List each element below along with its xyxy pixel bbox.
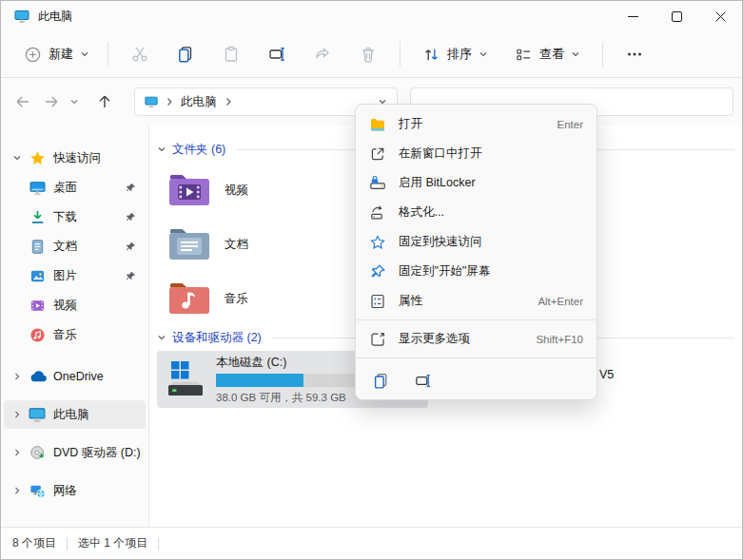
chevron-down-icon[interactable] — [157, 333, 166, 342]
minimize-button[interactable] — [611, 1, 655, 31]
maximize-button[interactable] — [655, 1, 698, 31]
chevron-down-icon — [571, 49, 580, 59]
view-dropdown[interactable]: 查看 — [506, 39, 589, 70]
share-button[interactable] — [303, 37, 342, 71]
paste-button[interactable] — [212, 37, 250, 71]
sidebar-item-label: 图片 — [53, 268, 77, 284]
statusbar-divider — [67, 537, 68, 550]
forward-button[interactable] — [37, 87, 66, 116]
menu-item-pin-to-start[interactable]: 固定到"开始"屏幕 — [360, 257, 593, 286]
document-icon — [28, 239, 47, 255]
properties-icon — [369, 293, 386, 310]
this-pc-icon — [28, 406, 47, 423]
sidebar-item-label: 此电脑 — [53, 407, 89, 423]
copy-icon — [176, 45, 195, 64]
item-count: 8 个项目 — [12, 535, 56, 551]
sidebar-item-pictures[interactable]: 图片 — [4, 261, 146, 290]
menu-item-label: 在新窗口中打开 — [399, 145, 482, 162]
video-icon — [28, 298, 47, 314]
more-options-button[interactable] — [616, 37, 654, 71]
window-controls — [611, 1, 742, 31]
menu-item-open[interactable]: 打开 Enter — [360, 109, 593, 139]
paste-icon — [222, 45, 241, 64]
sidebar-item-quick-access[interactable]: 快速访问 — [4, 144, 146, 172]
menu-item-open-in-new-window[interactable]: 在新窗口中打开 — [360, 139, 593, 168]
chevron-down-icon — [69, 97, 79, 106]
statusbar-divider — [158, 537, 159, 550]
star-icon — [28, 150, 47, 166]
pin-quick-access-icon — [369, 234, 386, 251]
chevron-down-icon[interactable] — [157, 145, 166, 154]
dvd-drive-tile-partial-label[interactable]: V5 — [599, 368, 614, 381]
plus-circle-icon — [24, 46, 42, 64]
menu-item-turn-on-bitlocker[interactable]: 启用 BitLocker — [360, 168, 593, 198]
scissors-icon — [130, 45, 149, 64]
rename-button[interactable] — [258, 37, 296, 71]
view-icon — [515, 46, 533, 64]
trash-icon — [359, 45, 378, 64]
sidebar-item-label: 文档 — [53, 239, 77, 255]
breadcrumb-separator-icon — [166, 97, 173, 106]
sort-dropdown[interactable]: 排序 — [414, 39, 497, 70]
menu-item-label: 启用 BitLocker — [399, 175, 476, 191]
window-title: 此电脑 — [38, 9, 72, 25]
show-more-icon — [369, 331, 386, 348]
copy-icon — [372, 372, 390, 390]
copy-button[interactable] — [363, 366, 398, 395]
rename-button[interactable] — [405, 366, 440, 395]
back-button[interactable] — [9, 87, 37, 116]
sidebar-item-this-pc[interactable]: 此电脑 — [4, 400, 146, 429]
sidebar-item-network[interactable]: 网络 — [4, 476, 146, 505]
videos-folder-icon — [166, 167, 212, 213]
menu-item-label: 属性 — [399, 293, 422, 309]
cut-button[interactable] — [121, 37, 159, 71]
chevron-right-icon[interactable] — [10, 448, 25, 457]
copy-button[interactable] — [166, 37, 205, 71]
sidebar-item-videos[interactable]: 视频 — [4, 291, 146, 319]
folder-tile-label: 音乐 — [225, 291, 248, 307]
download-icon — [28, 209, 47, 225]
sidebar-item-onedrive[interactable]: OneDrive — [4, 362, 146, 391]
bitlocker-icon — [369, 175, 386, 192]
breadcrumb-this-pc[interactable]: 此电脑 — [181, 94, 217, 110]
folder-tile-label: 视频 — [225, 183, 248, 199]
chevron-right-icon[interactable] — [10, 372, 25, 381]
menu-item-pin-to-quick-access[interactable]: 固定到快速访问 — [360, 227, 593, 257]
menu-item-show-more-options[interactable]: 显示更多选项 Shift+F10 — [360, 324, 593, 354]
menu-item-shortcut: Enter — [557, 119, 584, 130]
sidebar-item-dvd-drive[interactable]: DVD 驱动器 (D:) CP — [4, 438, 146, 467]
up-button[interactable] — [90, 87, 119, 116]
format-icon — [369, 204, 386, 222]
delete-button[interactable] — [349, 37, 387, 71]
folder-open-icon — [369, 116, 386, 133]
title-bar: 此电脑 — [1, 1, 742, 31]
rename-icon — [267, 45, 286, 64]
menu-item-label: 格式化... — [399, 204, 444, 221]
rename-icon — [414, 372, 432, 390]
menu-item-label: 打开 — [399, 116, 422, 132]
breadcrumb-separator-icon — [225, 97, 232, 106]
chevron-down-icon[interactable] — [10, 153, 25, 163]
sidebar-item-label: 桌面 — [53, 180, 77, 196]
menu-icon-row — [356, 362, 596, 395]
disk-usage-fill — [216, 374, 303, 387]
sidebar-item-documents[interactable]: 文档 — [4, 232, 146, 261]
chevron-right-icon[interactable] — [10, 486, 25, 495]
sidebar-item-desktop[interactable]: 桌面 — [4, 173, 146, 202]
windows-drive-icon — [165, 358, 206, 400]
menu-item-format[interactable]: 格式化... — [360, 198, 593, 227]
new-button[interactable]: 新建 — [14, 39, 99, 70]
toolbar-divider — [400, 42, 401, 67]
chevron-right-icon[interactable] — [10, 410, 25, 419]
close-button[interactable] — [698, 1, 742, 31]
sidebar-item-music[interactable]: 音乐 — [4, 320, 146, 349]
menu-item-shortcut: Shift+F10 — [536, 334, 583, 345]
recent-locations-button[interactable] — [64, 87, 85, 116]
new-button-label: 新建 — [49, 46, 73, 63]
command-toolbar: 新建 排序 — [1, 31, 742, 78]
arrow-up-icon — [96, 93, 113, 110]
toolbar-divider — [602, 42, 603, 67]
menu-item-properties[interactable]: 属性 Alt+Enter — [360, 286, 593, 316]
sidebar-item-downloads[interactable]: 下载 — [4, 203, 146, 231]
pin-start-icon — [369, 263, 386, 280]
